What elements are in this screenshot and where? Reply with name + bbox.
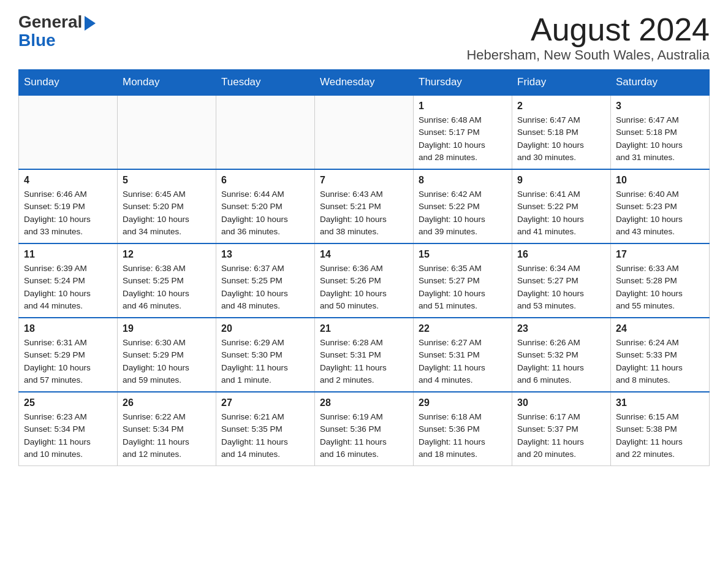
calendar-cell: 19Sunrise: 6:30 AM Sunset: 5:29 PM Dayli… (118, 318, 216, 392)
day-number: 26 (123, 397, 211, 408)
title-block: August 2024 Hebersham, New South Wales, … (466, 12, 710, 63)
calendar-cell: 10Sunrise: 6:40 AM Sunset: 5:23 PM Dayli… (611, 169, 710, 243)
day-number: 3 (616, 101, 704, 112)
logo: General Blue (18, 12, 96, 49)
day-number: 20 (221, 323, 309, 334)
day-number: 7 (320, 175, 408, 186)
calendar-cell: 4Sunrise: 6:46 AM Sunset: 5:19 PM Daylig… (19, 169, 118, 243)
logo-arrow-icon (85, 16, 96, 31)
day-info: Sunrise: 6:24 AM Sunset: 5:33 PM Dayligh… (616, 337, 704, 386)
calendar-week-row: 25Sunrise: 6:23 AM Sunset: 5:34 PM Dayli… (19, 392, 710, 466)
day-number: 27 (221, 397, 309, 408)
day-info: Sunrise: 6:18 AM Sunset: 5:36 PM Dayligh… (419, 411, 507, 461)
page-header: General Blue August 2024 Hebersham, New … (18, 12, 710, 63)
day-number: 16 (517, 249, 605, 260)
calendar-cell: 13Sunrise: 6:37 AM Sunset: 5:25 PM Dayli… (216, 243, 315, 318)
day-info: Sunrise: 6:19 AM Sunset: 5:36 PM Dayligh… (320, 411, 408, 461)
calendar-table: SundayMondayTuesdayWednesdayThursdayFrid… (18, 69, 710, 466)
day-info: Sunrise: 6:33 AM Sunset: 5:28 PM Dayligh… (616, 262, 704, 312)
day-number: 8 (419, 175, 507, 186)
day-info: Sunrise: 6:42 AM Sunset: 5:22 PM Dayligh… (419, 188, 507, 238)
calendar-subtitle: Hebersham, New South Wales, Australia (466, 47, 710, 63)
calendar-cell: 6Sunrise: 6:44 AM Sunset: 5:20 PM Daylig… (216, 169, 315, 243)
calendar-cell: 20Sunrise: 6:29 AM Sunset: 5:30 PM Dayli… (216, 318, 315, 392)
day-info: Sunrise: 6:46 AM Sunset: 5:19 PM Dayligh… (24, 188, 112, 238)
day-info: Sunrise: 6:28 AM Sunset: 5:31 PM Dayligh… (320, 337, 408, 386)
day-info: Sunrise: 6:47 AM Sunset: 5:18 PM Dayligh… (616, 114, 704, 164)
day-number: 15 (419, 249, 507, 260)
day-number: 22 (419, 323, 507, 334)
day-info: Sunrise: 6:34 AM Sunset: 5:27 PM Dayligh… (517, 262, 605, 312)
day-number: 14 (320, 249, 408, 260)
day-info: Sunrise: 6:26 AM Sunset: 5:32 PM Dayligh… (517, 337, 605, 386)
calendar-cell: 21Sunrise: 6:28 AM Sunset: 5:31 PM Dayli… (315, 318, 414, 392)
calendar-cell: 16Sunrise: 6:34 AM Sunset: 5:27 PM Dayli… (512, 243, 611, 318)
calendar-cell (118, 95, 216, 169)
calendar-cell (216, 95, 315, 169)
day-info: Sunrise: 6:30 AM Sunset: 5:29 PM Dayligh… (123, 337, 211, 386)
day-info: Sunrise: 6:47 AM Sunset: 5:18 PM Dayligh… (517, 114, 605, 164)
day-number: 12 (123, 249, 211, 260)
day-number: 18 (24, 323, 112, 334)
calendar-week-row: 18Sunrise: 6:31 AM Sunset: 5:29 PM Dayli… (19, 318, 710, 392)
calendar-cell: 7Sunrise: 6:43 AM Sunset: 5:21 PM Daylig… (315, 169, 414, 243)
day-info: Sunrise: 6:43 AM Sunset: 5:21 PM Dayligh… (320, 188, 408, 238)
calendar-cell: 27Sunrise: 6:21 AM Sunset: 5:35 PM Dayli… (216, 392, 315, 466)
day-number: 13 (221, 249, 309, 260)
weekday-header-row: SundayMondayTuesdayWednesdayThursdayFrid… (19, 70, 710, 96)
weekday-header-thursday: Thursday (414, 70, 512, 96)
day-info: Sunrise: 6:15 AM Sunset: 5:38 PM Dayligh… (616, 411, 704, 461)
day-number: 19 (123, 323, 211, 334)
day-number: 6 (221, 175, 309, 186)
weekday-header-monday: Monday (118, 70, 216, 96)
day-info: Sunrise: 6:21 AM Sunset: 5:35 PM Dayligh… (221, 411, 309, 461)
calendar-cell: 5Sunrise: 6:45 AM Sunset: 5:20 PM Daylig… (118, 169, 216, 243)
calendar-week-row: 4Sunrise: 6:46 AM Sunset: 5:19 PM Daylig… (19, 169, 710, 243)
calendar-cell: 9Sunrise: 6:41 AM Sunset: 5:22 PM Daylig… (512, 169, 611, 243)
day-number: 21 (320, 323, 408, 334)
weekday-header-tuesday: Tuesday (216, 70, 315, 96)
day-number: 17 (616, 249, 704, 260)
calendar-cell: 26Sunrise: 6:22 AM Sunset: 5:34 PM Dayli… (118, 392, 216, 466)
day-info: Sunrise: 6:31 AM Sunset: 5:29 PM Dayligh… (24, 337, 112, 386)
day-info: Sunrise: 6:44 AM Sunset: 5:20 PM Dayligh… (221, 188, 309, 238)
calendar-week-row: 1Sunrise: 6:48 AM Sunset: 5:17 PM Daylig… (19, 95, 710, 169)
calendar-cell: 3Sunrise: 6:47 AM Sunset: 5:18 PM Daylig… (611, 95, 710, 169)
calendar-cell: 28Sunrise: 6:19 AM Sunset: 5:36 PM Dayli… (315, 392, 414, 466)
day-info: Sunrise: 6:29 AM Sunset: 5:30 PM Dayligh… (221, 337, 309, 386)
calendar-cell: 25Sunrise: 6:23 AM Sunset: 5:34 PM Dayli… (19, 392, 118, 466)
day-number: 4 (24, 175, 112, 186)
day-info: Sunrise: 6:41 AM Sunset: 5:22 PM Dayligh… (517, 188, 605, 238)
day-info: Sunrise: 6:17 AM Sunset: 5:37 PM Dayligh… (517, 411, 605, 461)
day-number: 23 (517, 323, 605, 334)
calendar-cell: 2Sunrise: 6:47 AM Sunset: 5:18 PM Daylig… (512, 95, 611, 169)
calendar-cell: 1Sunrise: 6:48 AM Sunset: 5:17 PM Daylig… (414, 95, 512, 169)
day-info: Sunrise: 6:45 AM Sunset: 5:20 PM Dayligh… (123, 188, 211, 238)
calendar-cell: 29Sunrise: 6:18 AM Sunset: 5:36 PM Dayli… (414, 392, 512, 466)
calendar-cell: 15Sunrise: 6:35 AM Sunset: 5:27 PM Dayli… (414, 243, 512, 318)
day-number: 1 (419, 101, 507, 112)
day-info: Sunrise: 6:38 AM Sunset: 5:25 PM Dayligh… (123, 262, 211, 312)
calendar-cell: 17Sunrise: 6:33 AM Sunset: 5:28 PM Dayli… (611, 243, 710, 318)
day-number: 24 (616, 323, 704, 334)
day-number: 29 (419, 397, 507, 408)
calendar-title: August 2024 (466, 12, 710, 47)
day-info: Sunrise: 6:36 AM Sunset: 5:26 PM Dayligh… (320, 262, 408, 312)
day-number: 10 (616, 175, 704, 186)
day-number: 11 (24, 249, 112, 260)
calendar-cell: 22Sunrise: 6:27 AM Sunset: 5:31 PM Dayli… (414, 318, 512, 392)
calendar-cell: 8Sunrise: 6:42 AM Sunset: 5:22 PM Daylig… (414, 169, 512, 243)
logo-blue: Blue (18, 32, 96, 49)
calendar-cell: 11Sunrise: 6:39 AM Sunset: 5:24 PM Dayli… (19, 243, 118, 318)
calendar-cell: 31Sunrise: 6:15 AM Sunset: 5:38 PM Dayli… (611, 392, 710, 466)
calendar-cell (315, 95, 414, 169)
calendar-cell: 23Sunrise: 6:26 AM Sunset: 5:32 PM Dayli… (512, 318, 611, 392)
weekday-header-saturday: Saturday (611, 70, 710, 96)
day-info: Sunrise: 6:39 AM Sunset: 5:24 PM Dayligh… (24, 262, 112, 312)
weekday-header-sunday: Sunday (19, 70, 118, 96)
day-info: Sunrise: 6:40 AM Sunset: 5:23 PM Dayligh… (616, 188, 704, 238)
weekday-header-wednesday: Wednesday (315, 70, 414, 96)
calendar-cell: 30Sunrise: 6:17 AM Sunset: 5:37 PM Dayli… (512, 392, 611, 466)
day-info: Sunrise: 6:22 AM Sunset: 5:34 PM Dayligh… (123, 411, 211, 461)
calendar-cell (19, 95, 118, 169)
